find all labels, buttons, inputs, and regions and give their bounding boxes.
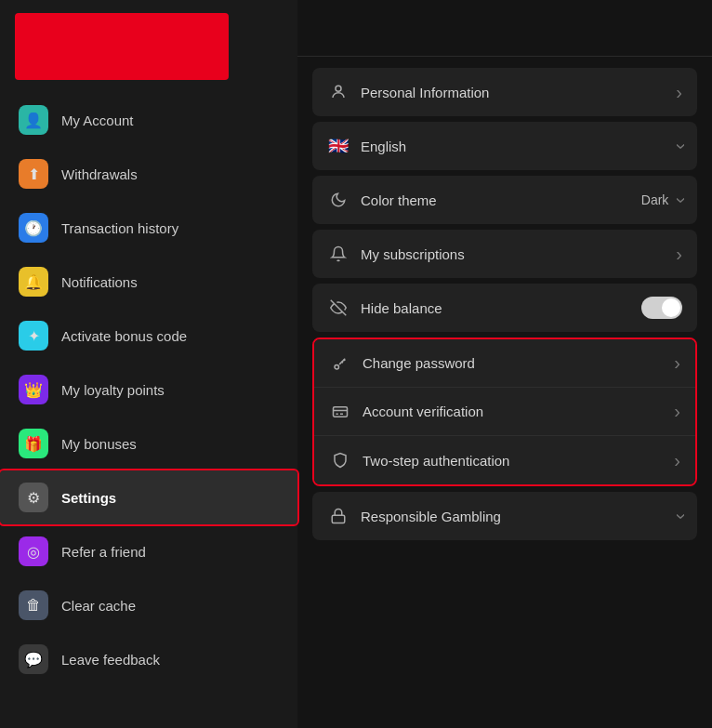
- sidebar-label-withdrawals: Withdrawals: [61, 166, 138, 182]
- settings-label-hide-balance: Hide balance: [361, 300, 641, 316]
- settings-right-language: [676, 136, 682, 157]
- logo: [15, 13, 229, 80]
- hide-balance-toggle[interactable]: [641, 297, 682, 319]
- settings-item-account-verification[interactable]: Account verification: [314, 388, 695, 436]
- sidebar-item-my-bonuses[interactable]: 🎁My bonuses: [0, 417, 297, 470]
- settings-right-color-theme: Dark: [641, 190, 682, 211]
- panel-header: [297, 0, 712, 57]
- sidebar-label-transaction-history: Transaction history: [61, 220, 178, 236]
- settings-icon: ⚙: [19, 483, 48, 512]
- change-password-icon: [329, 355, 351, 372]
- settings-label-my-subscriptions: My subscriptions: [361, 246, 676, 262]
- refer-friend-icon: ◎: [19, 536, 48, 566]
- account-verification-icon: [329, 404, 351, 420]
- settings-right-hide-balance: [641, 297, 682, 319]
- my-account-icon: 👤: [19, 105, 48, 135]
- settings-label-color-theme: Color theme: [361, 192, 641, 208]
- language-icon: 🇬🇧: [327, 136, 349, 156]
- panel-content: Personal Information🇬🇧EnglishColor theme…: [297, 57, 712, 728]
- sidebar-item-my-account[interactable]: 👤My Account: [0, 93, 297, 147]
- svg-point-0: [336, 86, 341, 91]
- settings-label-language: English: [361, 139, 676, 154]
- settings-item-personal-info[interactable]: Personal Information: [312, 68, 697, 116]
- settings-item-my-subscriptions[interactable]: My subscriptions: [312, 230, 697, 278]
- sidebar-item-notifications[interactable]: 🔔Notifications: [0, 255, 297, 309]
- settings-label-responsible-gambling: Responsible Gambling: [361, 509, 676, 524]
- settings-label-change-password: Change password: [363, 355, 674, 371]
- settings-label-two-step-auth: Two-step authentication: [363, 453, 674, 469]
- chevron-down-icon: [676, 506, 682, 527]
- leave-feedback-icon: 💬: [19, 644, 48, 674]
- sidebar-item-withdrawals[interactable]: ⬆Withdrawals: [0, 147, 297, 201]
- clear-cache-icon: 🗑: [19, 590, 48, 620]
- sidebar: 👤My Account⬆Withdrawals🕐Transaction hist…: [0, 0, 297, 728]
- theme-value: Dark: [641, 192, 669, 207]
- settings-right-two-step-auth: [674, 450, 680, 471]
- chevron-right-icon: [674, 352, 680, 374]
- loyalty-points-icon: 👑: [19, 375, 48, 404]
- responsible-gambling-icon: [327, 508, 349, 524]
- security-group: Change passwordAccount verificationTwo-s…: [312, 338, 697, 486]
- sidebar-label-leave-feedback: Leave feedback: [61, 652, 160, 668]
- close-button[interactable]: [664, 17, 690, 43]
- sidebar-item-activate-bonus[interactable]: ✦Activate bonus code: [0, 309, 297, 363]
- my-bonuses-icon: 🎁: [19, 429, 48, 458]
- sidebar-label-my-bonuses: My bonuses: [61, 436, 137, 452]
- personal-info-icon: [327, 84, 349, 100]
- sidebar-nav: 👤My Account⬆Withdrawals🕐Transaction hist…: [0, 93, 297, 686]
- sidebar-item-refer-friend[interactable]: ◎Refer a friend: [0, 524, 297, 578]
- settings-panel: Personal Information🇬🇧EnglishColor theme…: [297, 0, 712, 728]
- settings-right-change-password: [674, 352, 680, 374]
- chevron-down-icon: [676, 136, 682, 157]
- settings-label-personal-info: Personal Information: [361, 85, 676, 100]
- sidebar-label-refer-friend: Refer a friend: [61, 544, 146, 560]
- sidebar-label-my-account: My Account: [61, 113, 134, 128]
- settings-right-my-subscriptions: [676, 244, 682, 265]
- hide-balance-icon: [327, 299, 349, 316]
- toggle-knob: [662, 298, 680, 317]
- transaction-history-icon: 🕐: [19, 213, 48, 243]
- color-theme-icon: [327, 192, 349, 208]
- sidebar-label-loyalty-points: My loyalty points: [61, 382, 165, 398]
- activate-bonus-icon: ✦: [19, 321, 48, 351]
- my-subscriptions-icon: [327, 245, 349, 262]
- settings-right-account-verification: [674, 401, 680, 422]
- settings-item-change-password[interactable]: Change password: [314, 339, 695, 388]
- settings-item-language[interactable]: 🇬🇧English: [312, 122, 697, 170]
- notifications-icon: 🔔: [19, 267, 48, 297]
- sidebar-item-loyalty-points[interactable]: 👑My loyalty points: [0, 363, 297, 417]
- settings-item-color-theme[interactable]: Color themeDark: [312, 176, 697, 224]
- svg-rect-3: [334, 406, 348, 417]
- svg-point-2: [335, 364, 339, 369]
- sidebar-item-clear-cache[interactable]: 🗑Clear cache: [0, 578, 297, 632]
- settings-right-personal-info: [676, 82, 682, 103]
- svg-rect-7: [332, 515, 345, 523]
- settings-item-hide-balance[interactable]: Hide balance: [312, 284, 697, 332]
- settings-item-responsible-gambling[interactable]: Responsible Gambling: [312, 492, 697, 540]
- two-step-auth-icon: [329, 452, 351, 469]
- sidebar-item-transaction-history[interactable]: 🕐Transaction history: [0, 201, 297, 255]
- chevron-right-icon: [674, 450, 680, 471]
- sidebar-label-activate-bonus: Activate bonus code: [61, 328, 187, 344]
- settings-label-account-verification: Account verification: [363, 404, 674, 419]
- sidebar-item-settings[interactable]: ⚙Settings: [0, 470, 297, 524]
- sidebar-label-settings: Settings: [61, 490, 116, 506]
- sidebar-item-leave-feedback[interactable]: 💬Leave feedback: [0, 632, 297, 686]
- settings-item-two-step-auth[interactable]: Two-step authentication: [314, 436, 695, 484]
- chevron-right-icon: [676, 82, 682, 103]
- chevron-right-icon: [676, 244, 682, 265]
- sidebar-label-notifications: Notifications: [61, 274, 138, 290]
- sidebar-label-clear-cache: Clear cache: [61, 598, 136, 614]
- theme-chevron-icon: [676, 190, 682, 211]
- withdrawals-icon: ⬆: [19, 159, 48, 189]
- settings-right-responsible-gambling: [676, 506, 682, 527]
- chevron-right-icon: [674, 401, 680, 422]
